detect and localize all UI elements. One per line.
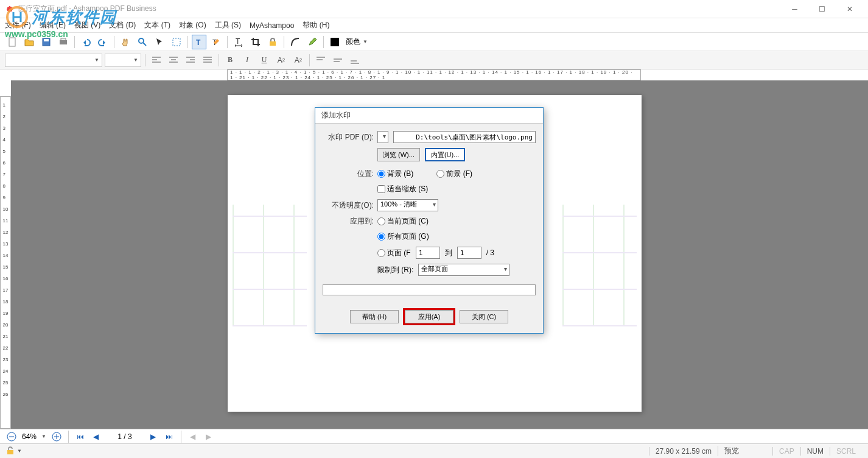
pointer-icon[interactable] — [152, 35, 167, 49]
brush-icon[interactable] — [305, 35, 320, 49]
current-page-radio[interactable]: 当前页面 (C) — [377, 216, 429, 227]
font-combo[interactable]: ▼ — [5, 54, 102, 67]
coords-status: 27.90 x 21.59 cm — [649, 447, 718, 456]
page-to-label: 到 — [445, 248, 452, 258]
page-to-input[interactable] — [457, 247, 481, 259]
help-button[interactable]: 帮助 (H) — [350, 310, 399, 323]
svg-rect-3 — [60, 40, 67, 44]
status-bar: ▼ 27.90 x 21.59 cm 预览 CAP NUM SCRL — [0, 443, 868, 458]
zoom-out-icon[interactable] — [6, 431, 17, 442]
vertical-ruler: 1234567891011121314151617181920212223242… — [0, 96, 11, 429]
svg-line-6 — [143, 43, 146, 46]
save-icon[interactable] — [39, 35, 54, 49]
lock-dropdown-icon[interactable]: ▼ — [17, 448, 22, 454]
lock-icon[interactable] — [265, 35, 280, 49]
apply-button[interactable]: 应用(A) — [405, 310, 453, 323]
minimize-button[interactable]: ─ — [781, 1, 808, 18]
svg-rect-7 — [173, 38, 180, 46]
valign-bot-icon[interactable] — [348, 54, 362, 67]
page-total-label: / 3 — [486, 248, 494, 257]
prev-page-icon[interactable]: ◀ — [91, 431, 102, 442]
align-left-icon[interactable] — [149, 54, 164, 67]
align-justify-icon[interactable] — [200, 54, 215, 67]
last-page-icon[interactable]: ⏭ — [164, 431, 175, 442]
undo-icon[interactable] — [79, 35, 93, 49]
opacity-label: 不透明度(O): — [323, 200, 377, 211]
horizontal-ruler: 1 · 1 · 1 · 2 · 1 · 3 · 1 · 4 · 1 · 5 · … — [227, 69, 641, 80]
browse-button[interactable]: 浏览 (W)... — [377, 148, 420, 161]
zoom-value: 64% — [22, 432, 37, 441]
open-icon[interactable] — [22, 35, 37, 49]
svg-text:T: T — [196, 38, 201, 47]
menu-view[interactable]: 视图 (V) — [74, 20, 100, 30]
menu-edit[interactable]: 编辑 (E) — [40, 20, 66, 30]
italic-button[interactable]: I — [240, 54, 254, 67]
hand-icon[interactable] — [118, 35, 133, 49]
pdf-history-dropdown[interactable] — [377, 131, 388, 143]
maximize-button[interactable]: ☐ — [808, 1, 836, 18]
pdf-path-input[interactable] — [393, 131, 536, 143]
svg-rect-0 — [9, 38, 15, 46]
valign-top-icon[interactable] — [313, 54, 328, 67]
subscript-button[interactable]: A2 — [291, 54, 306, 67]
zoom-dropdown-icon[interactable]: ▼ — [41, 434, 46, 439]
nav-back-icon[interactable]: ◀ — [187, 431, 198, 442]
page-from-input[interactable] — [416, 247, 440, 259]
text-width-icon[interactable]: T — [231, 35, 246, 49]
align-right-icon[interactable] — [183, 54, 198, 67]
svg-rect-12 — [331, 38, 339, 46]
svg-rect-4 — [61, 38, 66, 40]
first-page-icon[interactable]: ⏮ — [75, 431, 86, 442]
position-label: 位置: — [323, 169, 377, 179]
opacity-combo[interactable]: 100% - 清晰 — [377, 199, 438, 211]
color-swatch[interactable] — [327, 35, 342, 49]
cap-status: CAP — [772, 447, 800, 456]
limit-combo[interactable]: 全部页面 — [418, 264, 509, 276]
dialog-close-button[interactable]: 关闭 (C) — [460, 310, 508, 323]
fit-checkbox[interactable]: 适当缩放 (S) — [377, 184, 428, 194]
progress-bar — [323, 284, 536, 295]
curve-icon[interactable] — [288, 35, 303, 49]
mode-status: 预览 — [718, 446, 772, 456]
close-button[interactable]: ✕ — [836, 1, 863, 18]
new-icon[interactable] — [5, 35, 19, 49]
select-icon[interactable] — [169, 35, 184, 49]
crop-icon[interactable] — [248, 35, 263, 49]
nav-fwd-icon[interactable]: ▶ — [203, 431, 214, 442]
menu-document[interactable]: 文档 (D) — [109, 20, 136, 30]
background-radio[interactable]: 背景 (B) — [377, 169, 413, 179]
svg-point-5 — [139, 38, 144, 43]
svg-rect-18 — [7, 450, 13, 454]
color-dropdown-icon[interactable]: ▼ — [363, 39, 368, 44]
builtin-button[interactable]: 内置(U)... — [425, 148, 465, 161]
menu-tools[interactable]: 工具 (S) — [215, 20, 241, 30]
underline-button[interactable]: U — [257, 54, 271, 67]
foreground-radio[interactable]: 前景 (F) — [436, 169, 472, 179]
align-center-icon[interactable] — [166, 54, 181, 67]
menu-text[interactable]: 文本 (T) — [144, 20, 170, 30]
menu-myashampoo[interactable]: MyAshampoo — [250, 21, 294, 30]
dialog-title: 添加水印 — [315, 108, 543, 124]
pages-radio[interactable]: 页面 (F — [377, 248, 411, 258]
superscript-button[interactable]: A2 — [274, 54, 289, 67]
print-icon[interactable] — [56, 35, 71, 49]
lock-status-icon[interactable] — [6, 446, 16, 456]
valign-mid-icon[interactable] — [331, 54, 345, 67]
menu-object[interactable]: 对象 (O) — [179, 20, 206, 30]
menu-file[interactable]: 文件 (F) — [5, 20, 31, 30]
menu-help[interactable]: 帮助 (H) — [303, 20, 329, 30]
bold-button[interactable]: B — [223, 54, 237, 67]
page-indicator: 1 / 3 — [107, 432, 143, 441]
zoom-in-icon[interactable] — [51, 431, 62, 442]
all-pages-radio[interactable]: 所有页面 (G) — [377, 231, 429, 242]
fontsize-combo[interactable]: ▼ — [105, 54, 141, 67]
redo-icon[interactable] — [96, 35, 110, 49]
svg-rect-11 — [270, 41, 276, 46]
text-tool-icon[interactable]: T — [192, 35, 206, 49]
text-tool2-icon[interactable]: T — [209, 35, 223, 49]
page-drawing-left — [233, 205, 307, 326]
main-toolbar: T T T 颜色 ▼ — [0, 33, 868, 51]
svg-text:T: T — [236, 37, 240, 46]
zoom-icon[interactable] — [135, 35, 150, 49]
next-page-icon[interactable]: ▶ — [148, 431, 159, 442]
